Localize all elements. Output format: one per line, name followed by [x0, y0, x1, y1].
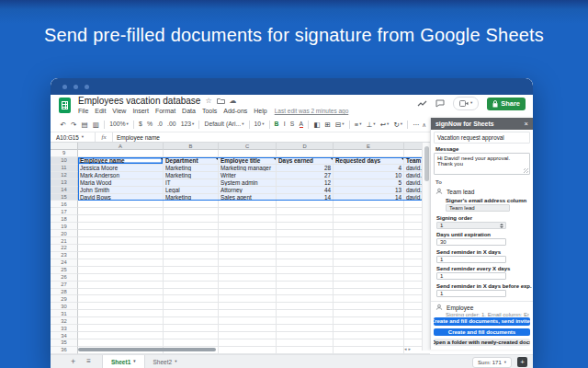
row-header-20[interactable]: 20: [51, 230, 78, 237]
cell-E34[interactable]: [334, 332, 404, 339]
cell-E15[interactable]: 14: [334, 194, 404, 201]
row-header-14[interactable]: 14: [51, 187, 78, 194]
scroll-nav-arrows-icon[interactable]: ◂▸: [404, 346, 413, 351]
toolbar-text-wrap-icon[interactable]: ↩▾: [378, 121, 391, 129]
cell-D15[interactable]: 14: [277, 194, 334, 201]
signer-employee[interactable]: Employee: [435, 304, 528, 311]
cell-A17[interactable]: [78, 208, 164, 215]
reminder-every-input[interactable]: 1: [436, 272, 506, 280]
cell-A10[interactable]: Employee name: [78, 157, 164, 165]
window-control-dot[interactable]: [85, 85, 89, 89]
toolbar-fill-color-icon[interactable]: ◧: [311, 121, 322, 129]
row-header-23[interactable]: 23: [51, 252, 78, 259]
vertical-scrollbar[interactable]: [422, 143, 430, 351]
cell-C23[interactable]: [219, 252, 277, 259]
cell-D32[interactable]: [277, 317, 334, 325]
cell-E27[interactable]: [334, 282, 404, 289]
cell-B34[interactable]: [164, 332, 219, 339]
share-button[interactable]: Share: [487, 98, 526, 110]
cell-D31[interactable]: [277, 310, 334, 317]
create-fill-send-button[interactable]: Create and fill documents, send invites: [434, 317, 530, 325]
cell-B10[interactable]: Department: [164, 157, 219, 165]
comments-icon[interactable]: [435, 99, 445, 108]
cell-C30[interactable]: [219, 303, 277, 310]
cell-B30[interactable]: [164, 303, 219, 310]
cell-C27[interactable]: [219, 282, 277, 289]
cell-B33[interactable]: [164, 325, 219, 332]
window-control-dot[interactable]: [74, 85, 78, 89]
row-header-15[interactable]: 15: [51, 194, 78, 201]
cell-A30[interactable]: [78, 303, 164, 310]
cell-E18[interactable]: [334, 215, 404, 223]
move-to-folder-icon[interactable]: [217, 98, 225, 104]
menu-insert[interactable]: Insert: [132, 108, 149, 114]
row-header-30[interactable]: 30: [51, 303, 78, 310]
google-sheets-icon[interactable]: [59, 98, 71, 113]
cell-C34[interactable]: [219, 332, 277, 339]
cell-A21[interactable]: [78, 237, 164, 245]
doc-title[interactable]: Employees vacation database: [78, 96, 200, 106]
cell-B32[interactable]: [164, 317, 219, 325]
toolbar-paint-format-icon[interactable]: ▥: [90, 121, 101, 129]
row-header-10[interactable]: 10: [51, 157, 78, 165]
cell-B26[interactable]: [164, 274, 219, 282]
cell-A23[interactable]: [78, 252, 164, 259]
toolbar-more-icon[interactable]: ⋯: [411, 121, 423, 129]
cell-B35[interactable]: [164, 339, 219, 347]
create-fill-button[interactable]: Create and fill documents: [434, 328, 530, 336]
column-header-c[interactable]: C: [219, 143, 277, 150]
toolbar-bold-button[interactable]: B: [272, 121, 281, 128]
cell-C35[interactable]: [219, 339, 277, 347]
cell-D13[interactable]: 12: [277, 179, 334, 187]
toolbar-decimal-increase-button[interactable]: .00: [164, 121, 178, 128]
row-header-19[interactable]: 19: [51, 223, 78, 230]
toolbar-italic-button[interactable]: I: [281, 121, 288, 128]
cell-D19[interactable]: [277, 223, 334, 230]
cell-E26[interactable]: [334, 274, 404, 282]
open-folder-button[interactable]: Open a folder with newly-created docs: [434, 339, 530, 346]
cell-C29[interactable]: [219, 295, 277, 303]
cell-D34[interactable]: [277, 332, 334, 339]
cell-D20[interactable]: [277, 230, 334, 237]
select-all-corner[interactable]: [51, 143, 78, 150]
cell-B15[interactable]: Marketing: [164, 194, 219, 201]
cell-E22[interactable]: [334, 245, 404, 252]
cell-A28[interactable]: [78, 289, 164, 296]
menu-view[interactable]: View: [112, 108, 126, 114]
menu-file[interactable]: File: [78, 108, 88, 114]
row-header-35[interactable]: 35: [51, 339, 78, 347]
row-header-17[interactable]: 17: [51, 208, 78, 215]
cell-C21[interactable]: [219, 237, 277, 245]
cell-C36[interactable]: [219, 347, 277, 354]
collapse-toolbar-icon[interactable]: ∧: [422, 121, 426, 129]
row-header-12[interactable]: 12: [51, 172, 78, 179]
cell-C19[interactable]: [219, 223, 277, 230]
cell-A14[interactable]: John Smith: [78, 187, 164, 194]
email-column-select[interactable]: Team lead: [446, 204, 510, 212]
insights-icon[interactable]: [417, 99, 427, 108]
cell-B28[interactable]: [164, 289, 219, 296]
cell-C10[interactable]: Employee title: [219, 157, 277, 165]
menu-format[interactable]: Format: [155, 108, 175, 114]
cell-B20[interactable]: [164, 230, 219, 237]
cell-A12[interactable]: Mark Anderson: [78, 172, 164, 179]
cell-A22[interactable]: [78, 245, 164, 252]
cell-A9[interactable]: [78, 150, 164, 157]
cell-B27[interactable]: [164, 282, 219, 289]
cell-E29[interactable]: [334, 295, 404, 303]
toolbar-text-rotation-icon[interactable]: ↻▾: [391, 121, 405, 129]
sheet-tab-sheet1[interactable]: Sheet1▾: [102, 355, 145, 368]
document-name-input[interactable]: Vacation request approval: [434, 132, 530, 144]
cell-D16[interactable]: [277, 201, 334, 208]
cell-B31[interactable]: [164, 310, 219, 317]
toolbar-vertical-align-icon[interactable]: ⊥▾: [364, 121, 378, 129]
column-header-a[interactable]: A: [78, 143, 164, 150]
cell-A29[interactable]: [78, 295, 164, 303]
cell-C22[interactable]: [219, 245, 277, 252]
formula-input[interactable]: Employee name: [113, 134, 160, 141]
cell-E9[interactable]: [334, 150, 404, 157]
toolbar-font-size-button[interactable]: 10▾: [252, 121, 266, 128]
cell-D9[interactable]: [277, 150, 334, 157]
cell-E25[interactable]: [334, 267, 404, 274]
cell-D21[interactable]: [277, 237, 334, 245]
